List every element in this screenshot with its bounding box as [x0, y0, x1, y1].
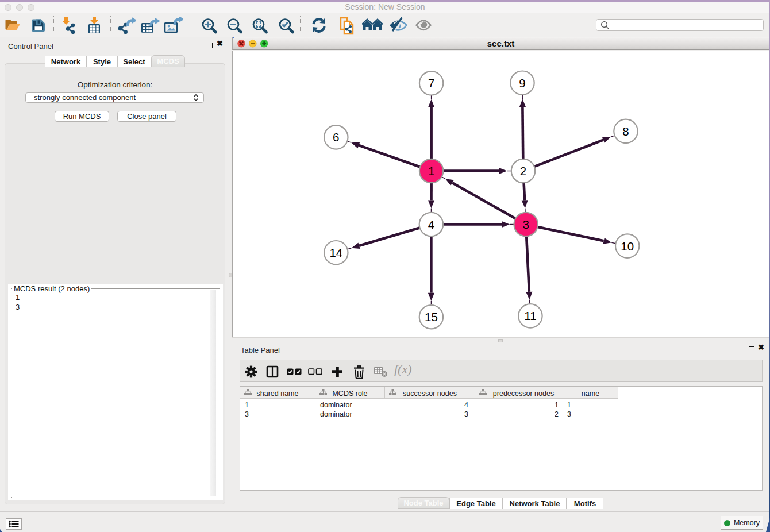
- svg-text:14: 14: [329, 246, 342, 259]
- svg-text:1: 1: [428, 164, 434, 178]
- svg-text:4: 4: [428, 218, 434, 231]
- svg-text:7: 7: [428, 76, 434, 90]
- svg-text:6: 6: [333, 130, 339, 144]
- svg-text:11: 11: [524, 309, 536, 322]
- svg-text:9: 9: [519, 76, 525, 90]
- svg-text:3: 3: [522, 218, 529, 231]
- svg-text:8: 8: [622, 125, 629, 138]
- svg-text:2: 2: [520, 164, 526, 178]
- svg-text:10: 10: [621, 240, 634, 253]
- svg-text:15: 15: [425, 310, 438, 323]
